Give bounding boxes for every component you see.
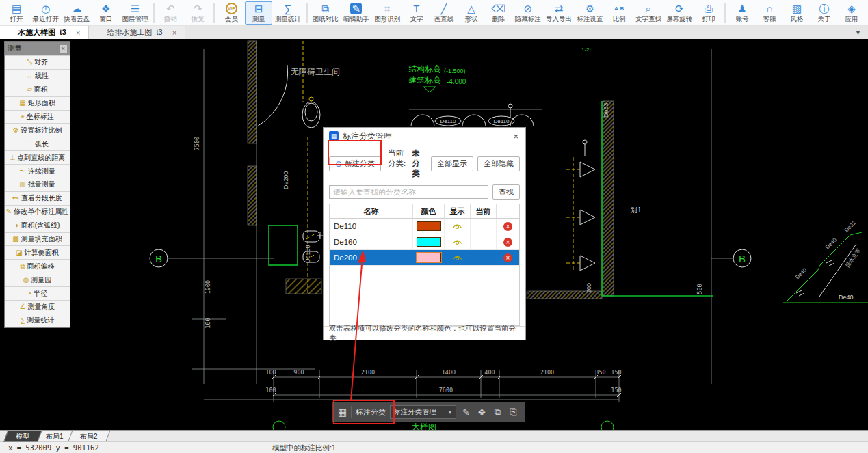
classification-search-input[interactable] xyxy=(329,185,488,199)
classification-color-cell[interactable] xyxy=(412,250,444,265)
measure-tool-item[interactable]: ▱ 面积 xyxy=(5,83,70,96)
classification-color-cell[interactable] xyxy=(412,234,444,249)
classification-row[interactable]: De160 × xyxy=(330,234,519,250)
layout-tab[interactable]: 布局2 xyxy=(68,431,109,442)
layout-tab[interactable]: 模型 xyxy=(3,431,42,442)
classification-visibility-cell[interactable] xyxy=(444,250,470,265)
dialog-close-icon[interactable]: × xyxy=(512,131,520,141)
measure-tool-item[interactable]: 〜 连续测量 xyxy=(5,164,70,178)
panel-close-icon[interactable]: × xyxy=(60,45,67,53)
classification-delete-cell[interactable]: × xyxy=(496,234,519,249)
toolbar-button[interactable]: A:B 比例 xyxy=(605,1,633,25)
measure-tool-item[interactable]: ⤡ 对齐 xyxy=(5,55,70,69)
show-all-button[interactable]: 全部显示 xyxy=(431,156,473,171)
measure-tool-item[interactable]: ✎ 修改单个标注属性 xyxy=(5,205,70,219)
toolbar-button[interactable]: ⌫ 删除 xyxy=(485,1,512,25)
document-tab[interactable]: 给排水施工图_t3 × xyxy=(89,26,185,39)
classification-visibility-cell[interactable] xyxy=(444,234,470,249)
color-swatch[interactable] xyxy=(417,237,441,247)
bottom-toolbar-action-icon[interactable]: ✥ xyxy=(476,407,488,417)
toolbar-button[interactable]: ♟ 账号 xyxy=(728,1,756,25)
measure-tool-item[interactable]: ▥ 批量测量 xyxy=(5,178,70,191)
visibility-eye-icon[interactable] xyxy=(452,254,462,262)
toolbar-button[interactable]: ⇄ 导入导出 xyxy=(543,1,574,25)
tab-close-icon[interactable]: × xyxy=(172,29,176,37)
toolbar-button[interactable]: ⓘ 关于 xyxy=(811,1,838,25)
tab-list-dropdown-icon[interactable]: ▼ xyxy=(848,29,868,36)
measure-tool-item[interactable]: ◍ 测量园 xyxy=(5,273,70,286)
tab-close-icon[interactable]: × xyxy=(76,29,80,37)
toolbar-button[interactable]: ∩ 客服 xyxy=(756,1,783,25)
toolbar-button[interactable]: ◈ 应用 xyxy=(838,1,865,25)
measure-tool-item[interactable]: ⊥ 点到直线的距离 xyxy=(5,150,70,164)
color-swatch[interactable] xyxy=(417,253,441,262)
toolbar-button[interactable]: ⊟ 测量 xyxy=(245,1,272,25)
color-swatch[interactable] xyxy=(417,221,441,231)
visibility-eye-icon[interactable] xyxy=(452,238,462,246)
toolbar-button[interactable]: ↶ 撤销 xyxy=(157,1,184,25)
measure-tool-item[interactable]: ⚙ 设置标注比例 xyxy=(5,123,70,137)
classification-color-cell[interactable] xyxy=(412,219,444,234)
toolbar-button[interactable]: ↷ 恢复 xyxy=(184,1,211,25)
toolbar-button[interactable]: ▤ 打开 xyxy=(3,1,30,25)
measure-tool-item[interactable]: ◔ 半径 xyxy=(5,286,70,300)
toolbar-button[interactable]: VIP 会员 xyxy=(218,1,245,25)
measure-tool-item[interactable]: ◪ 计算侧面积 xyxy=(5,245,70,259)
drawing-canvas[interactable]: B B xyxy=(0,39,868,430)
classification-row[interactable]: De200 × xyxy=(330,250,519,266)
toolbar-button[interactable]: ⎙ 打印 xyxy=(695,1,722,25)
classification-delete-cell[interactable]: × xyxy=(496,219,519,234)
bottom-toolbar-action-icon[interactable]: ⧉ xyxy=(492,407,503,417)
classification-current-cell[interactable] xyxy=(470,234,496,249)
measure-tool-item[interactable]: ⊷ 查看分段长度 xyxy=(5,191,70,205)
grid-icon[interactable]: ▦ xyxy=(338,407,347,417)
toolbar-button[interactable]: ⌗ 图形识别 xyxy=(372,1,403,25)
classification-dropdown[interactable]: 标注分类管理 ▼ xyxy=(390,405,456,419)
classification-row[interactable]: De110 × xyxy=(330,219,519,234)
toolbar-button[interactable]: ⊘ 隐藏标注 xyxy=(512,1,543,25)
search-button[interactable]: 查找 xyxy=(492,184,520,200)
bottom-toolbar-action-icon[interactable]: ✎ xyxy=(460,407,472,417)
measure-tool-item[interactable]: ⧉ 面积偏移 xyxy=(5,259,70,273)
dialog-titlebar[interactable]: ▦ 标注分类管理 × xyxy=(324,128,525,144)
toolbar-button[interactable]: ╱ 画直线 xyxy=(430,1,458,25)
delete-icon[interactable]: × xyxy=(503,238,512,247)
toolbar-button[interactable]: ∑ 测量统计 xyxy=(272,1,303,25)
measure-tool-item[interactable]: ⌒ 弧长 xyxy=(5,137,70,150)
measure-tool-item[interactable]: ▩ 测量填充面积 xyxy=(5,232,70,246)
delete-icon[interactable]: × xyxy=(503,253,512,262)
toolbar-button[interactable] xyxy=(153,3,155,23)
toolbar-button[interactable]: ✎ 编辑助手 xyxy=(341,1,371,25)
visibility-eye-icon[interactable] xyxy=(452,223,462,230)
toolbar-button[interactable] xyxy=(724,3,726,23)
toolbar-button[interactable]: ⌕ 文字查找 xyxy=(633,1,663,25)
measure-tool-item[interactable]: ⌖ 坐标标注 xyxy=(5,110,70,124)
toolbar-button[interactable] xyxy=(306,3,308,23)
measure-panel-header[interactable]: 测量 × xyxy=(5,42,70,55)
classification-current-cell[interactable] xyxy=(470,219,496,234)
toolbar-button[interactable]: ⧉ 图纸对比 xyxy=(310,1,341,25)
toolbar-button[interactable]: ⚙ 标注设置 xyxy=(575,1,605,25)
toolbar-button[interactable]: ◷ 最近打开 xyxy=(30,1,61,25)
measure-tool-item[interactable]: ◗ 面积(含弧线) xyxy=(5,219,70,232)
bottom-toolbar-action-icon[interactable]: ⎘ xyxy=(508,407,519,417)
document-tab[interactable]: 水施大样图_t3 × xyxy=(0,26,89,39)
toolbar-button[interactable]: ▨ 风格 xyxy=(783,1,811,25)
delete-icon[interactable]: × xyxy=(503,222,512,231)
new-classification-button[interactable]: ⊕ 新建分类 xyxy=(329,156,381,171)
classification-delete-cell[interactable]: × xyxy=(496,250,519,265)
measure-tool-item[interactable]: ∠ 测量角度 xyxy=(5,300,70,314)
classification-current-cell[interactable] xyxy=(470,250,496,265)
toolbar-button[interactable]: T 文字 xyxy=(403,1,430,25)
toolbar-button[interactable]: ❖ 窗口 xyxy=(92,1,120,25)
classification-visibility-cell[interactable] xyxy=(444,219,470,234)
toolbar-button[interactable]: ☁ 快看云盘 xyxy=(61,1,92,25)
hide-all-button[interactable]: 全部隐藏 xyxy=(477,156,520,171)
toolbar-button[interactable]: △ 形状 xyxy=(458,1,485,25)
toolbar-button[interactable]: ☰ 图层管理 xyxy=(120,1,150,25)
measure-tool-item[interactable]: ∑ 测量统计 xyxy=(5,314,70,327)
measure-tool-item[interactable]: ▦ 矩形面积 xyxy=(5,96,70,110)
toolbar-button[interactable] xyxy=(213,3,215,23)
measure-tool-item[interactable]: ↔ 线性 xyxy=(5,69,70,83)
toolbar-button[interactable]: ⟳ 屏幕旋转 xyxy=(664,1,695,25)
